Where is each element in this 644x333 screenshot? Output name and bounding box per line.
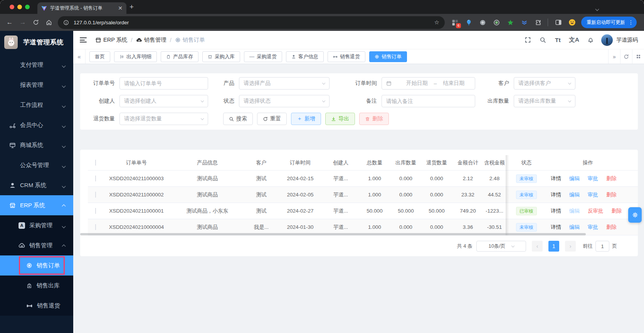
- search-icon[interactable]: [539, 37, 546, 43]
- unapprove-link[interactable]: 反审批: [588, 208, 604, 215]
- extension-icon-balloon[interactable]: [465, 19, 472, 26]
- sidebar-item-member[interactable]: 会员中心: [0, 115, 73, 135]
- extension-icon-double-chevron[interactable]: [521, 19, 528, 26]
- breadcrumb-erp[interactable]: ERP 系统: [95, 36, 128, 44]
- return-count-select[interactable]: 请选择退货数量: [119, 113, 208, 125]
- sidebar-item-report[interactable]: 报表管理: [0, 75, 73, 95]
- site-info-icon[interactable]: [63, 20, 69, 25]
- edit-link[interactable]: 编辑: [569, 224, 580, 231]
- sidebar-item-workflow[interactable]: 工作流程: [0, 95, 73, 115]
- close-window-button[interactable]: [10, 5, 14, 9]
- fullscreen-icon[interactable]: [524, 37, 531, 43]
- sidebar-item-sale[interactable]: 销售管理: [0, 235, 73, 255]
- app-logo[interactable]: 芋道管理系统: [0, 31, 73, 53]
- notification-bell-icon[interactable]: [587, 37, 594, 43]
- language-button[interactable]: 文A: [569, 36, 579, 44]
- column-settings-button[interactable]: [628, 207, 642, 223]
- extensions-puzzle-icon[interactable]: [535, 19, 542, 26]
- url-text[interactable]: 127.0.0.1/erp/sale/order: [74, 20, 434, 25]
- approve-link[interactable]: 审批: [588, 175, 598, 182]
- row-checkbox[interactable]: [95, 224, 96, 230]
- sidebar-item-mall[interactable]: 商城系统: [0, 135, 73, 155]
- reload-button[interactable]: [29, 19, 42, 26]
- order-time-range-picker[interactable]: 开始日期 – 结束日期: [382, 77, 475, 90]
- sidebar-item-sale-order[interactable]: 销售订单: [0, 255, 73, 276]
- row-checkbox[interactable]: [95, 176, 96, 181]
- delete-button[interactable]: 删除: [359, 113, 389, 125]
- delete-link[interactable]: 删除: [606, 191, 617, 198]
- add-button[interactable]: ＋ 新增: [291, 113, 321, 125]
- approve-link[interactable]: 审批: [588, 224, 598, 231]
- sidebar-item-erp[interactable]: ERP 系统: [0, 195, 73, 215]
- tabs-menu-grid-icon[interactable]: [632, 49, 644, 64]
- bookmark-star-icon[interactable]: ☆: [434, 19, 439, 26]
- approve-link[interactable]: 审批: [588, 191, 598, 198]
- home-button[interactable]: [42, 19, 55, 26]
- sidebar-item-crm[interactable]: CRM 系统: [0, 175, 73, 195]
- tab-purchase-return[interactable]: — 采购退货: [244, 51, 282, 62]
- tab-product-stock[interactable]: 产品库存: [161, 51, 198, 62]
- tab-purchase-in[interactable]: 采购入库: [202, 51, 240, 62]
- next-page-button[interactable]: ›: [565, 241, 576, 252]
- browser-tab[interactable]: 芋道管理系统 - 销售订单 ✕: [37, 2, 126, 14]
- minimize-window-button[interactable]: [17, 5, 22, 9]
- start-date-placeholder[interactable]: 开始日期: [400, 80, 434, 87]
- sidebar-item-purchase[interactable]: A 采购管理: [0, 215, 73, 235]
- horizontal-scrollbar[interactable]: [80, 233, 586, 235]
- tab-stock-record[interactable]: 出入库明细: [114, 51, 157, 62]
- search-button[interactable]: 搜索: [223, 113, 253, 125]
- sidebar-item-payment[interactable]: 支付管理: [0, 55, 73, 75]
- side-panel-icon[interactable]: [555, 19, 562, 26]
- extension-icon-green-star[interactable]: [507, 19, 514, 26]
- titlebar-chevron-icon[interactable]: [596, 5, 599, 12]
- delete-link[interactable]: 删除: [612, 208, 622, 215]
- row-checkbox[interactable]: [95, 208, 96, 214]
- extension-icon-gray[interactable]: [479, 19, 486, 26]
- tab-sale-return[interactable]: 销售退货: [328, 51, 365, 62]
- tab-customer-info[interactable]: 客户信息: [286, 51, 324, 62]
- sidebar-item-official-account[interactable]: 公众号管理: [0, 155, 73, 175]
- row-checkbox[interactable]: [95, 192, 96, 198]
- customer-select[interactable]: 请选择供客户: [514, 77, 575, 90]
- collapse-sidebar-icon[interactable]: [80, 37, 87, 42]
- user-avatar[interactable]: [601, 34, 613, 46]
- end-date-placeholder[interactable]: 结束日期: [437, 80, 471, 87]
- extension-icon-green-dot[interactable]: [493, 19, 500, 26]
- address-bar[interactable]: 127.0.0.1/erp/sale/order ☆: [58, 16, 445, 29]
- sidebar-item-sale-out[interactable]: 销售出库: [0, 276, 73, 296]
- goto-page-input[interactable]: [595, 241, 609, 252]
- breadcrumb-sale[interactable]: 销售管理: [136, 36, 166, 44]
- detail-link[interactable]: 详情: [551, 208, 561, 215]
- edit-link[interactable]: 编辑: [569, 175, 580, 182]
- export-button[interactable]: 导出: [325, 113, 355, 125]
- extension-icon-colorful[interactable]: 6: [451, 19, 459, 26]
- chrome-update-button[interactable]: 重新启动即可更新 ⋮: [581, 17, 637, 28]
- tabs-scroll-right-icon[interactable]: »: [608, 49, 620, 64]
- product-select[interactable]: 请选择产品: [239, 77, 330, 90]
- profile-avatar-emoji[interactable]: [568, 19, 576, 26]
- edit-link[interactable]: 编辑: [569, 191, 580, 198]
- browser-menu-icon[interactable]: ⋮: [628, 20, 634, 25]
- tab-sale-order[interactable]: 销售订单: [369, 51, 407, 62]
- tabs-refresh-icon[interactable]: [620, 49, 632, 64]
- zoom-window-button[interactable]: [25, 5, 30, 9]
- current-page-button[interactable]: 1: [548, 241, 559, 252]
- creator-select[interactable]: 请选择创建人: [119, 95, 208, 107]
- delete-link[interactable]: 删除: [606, 175, 617, 182]
- order-no-input[interactable]: [119, 77, 208, 90]
- reset-button[interactable]: 重置: [257, 113, 287, 125]
- tabs-scroll-left-icon[interactable]: «: [73, 49, 86, 64]
- new-tab-button[interactable]: +: [129, 3, 134, 11]
- out-count-select[interactable]: 请选择出库数量: [514, 95, 575, 107]
- remark-input[interactable]: [382, 95, 475, 107]
- select-all-checkbox[interactable]: [95, 160, 96, 166]
- detail-link[interactable]: 详情: [551, 224, 561, 231]
- forward-button[interactable]: →: [16, 19, 29, 26]
- tab-home[interactable]: 首页: [89, 51, 110, 62]
- delete-link[interactable]: 删除: [606, 224, 617, 231]
- detail-link[interactable]: 详情: [551, 191, 561, 198]
- col-order-no[interactable]: 订单单号: [103, 159, 170, 166]
- font-size-button[interactable]: Tt: [554, 37, 562, 44]
- back-button[interactable]: ←: [3, 19, 16, 26]
- status-select[interactable]: 请选择状态: [239, 95, 330, 107]
